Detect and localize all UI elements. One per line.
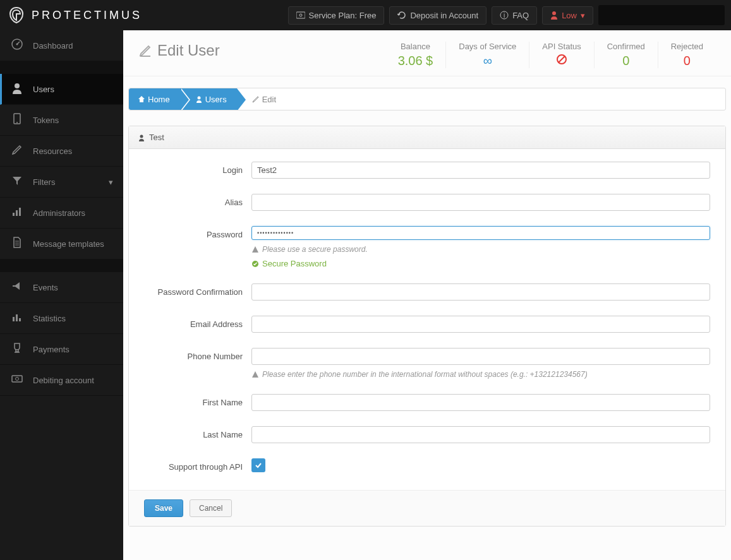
header-search-area[interactable] <box>598 5 725 25</box>
dashboard-icon <box>10 38 24 53</box>
money-icon <box>10 372 24 388</box>
breadcrumb-label: Edit <box>262 95 276 104</box>
panel-header: Test <box>129 126 725 149</box>
sidebar-item-label: Payments <box>33 345 69 354</box>
stat-value: 0 <box>607 54 645 68</box>
sidebar-item-users[interactable]: Users <box>0 74 123 105</box>
sidebar-item-label: Administrators <box>33 208 85 218</box>
api-support-label: Support through API <box>144 458 251 472</box>
sidebar-item-tokens[interactable]: Tokens <box>0 105 123 136</box>
tablet-icon <box>10 112 24 128</box>
api-status-icon <box>542 54 581 68</box>
breadcrumb-home[interactable]: Home <box>129 88 180 110</box>
edit-icon <box>138 44 152 57</box>
sidebar-item-label: Message templates <box>33 239 104 249</box>
svg-point-1 <box>299 14 302 16</box>
alias-input[interactable] <box>251 194 710 211</box>
stat-label: Balance <box>398 42 433 51</box>
phone-hint: Please enter the phone number in the int… <box>251 370 710 379</box>
svg-rect-10 <box>13 213 15 216</box>
sidebar-item-label: Dashboard <box>33 41 73 51</box>
stat-label: Confirmed <box>607 42 645 51</box>
check-icon <box>254 461 263 470</box>
email-input[interactable] <box>251 316 710 333</box>
home-icon <box>138 95 145 103</box>
edit-user-panel: Test Login Alias Password <box>128 126 726 527</box>
filter-icon <box>10 174 24 189</box>
service-plan-button[interactable]: Service Plan: Free <box>288 6 385 25</box>
last-name-label: Last Name <box>144 426 251 439</box>
panel-body: Login Alias Password Please <box>129 149 725 490</box>
faq-button[interactable]: i FAQ <box>492 6 537 25</box>
deposit-button[interactable]: Deposit in Account <box>389 6 486 25</box>
signal-icon <box>10 205 24 220</box>
alias-label: Alias <box>144 194 251 207</box>
sidebar-divider <box>0 259 123 272</box>
password-label: Password <box>144 226 251 239</box>
api-support-checkbox[interactable] <box>251 458 265 472</box>
save-button[interactable]: Save <box>144 499 183 517</box>
sidebar-item-debiting[interactable]: Debiting account <box>0 365 123 396</box>
trophy-icon <box>10 342 24 357</box>
user-icon <box>550 11 558 20</box>
svg-rect-0 <box>296 12 305 18</box>
sidebar-item-statistics[interactable]: Statistics <box>0 303 123 334</box>
warning-icon <box>251 371 259 378</box>
stat-value: ∞ <box>459 54 516 68</box>
svg-rect-13 <box>13 317 15 321</box>
first-name-input[interactable] <box>251 394 710 411</box>
login-input[interactable] <box>251 162 710 179</box>
sidebar-item-events[interactable]: Events <box>0 272 123 303</box>
confirm-password-input[interactable] <box>251 283 710 301</box>
stat-days: Days of Service ∞ <box>445 42 529 68</box>
cancel-button[interactable]: Cancel <box>190 499 232 517</box>
page-title: Edit User <box>138 42 220 59</box>
sidebar-item-payments[interactable]: Payments <box>0 334 123 365</box>
svg-line-19 <box>559 56 565 63</box>
svg-rect-16 <box>12 376 22 382</box>
edit-icon <box>252 95 260 103</box>
stat-label: Days of Service <box>459 42 516 51</box>
edit-icon <box>10 143 24 158</box>
stat-value: 3.06 $ <box>398 54 433 68</box>
svg-rect-15 <box>19 318 21 321</box>
sidebar-item-dashboard[interactable]: Dashboard <box>0 30 123 61</box>
user-icon <box>195 95 203 103</box>
svg-point-7 <box>15 83 20 88</box>
svg-point-20 <box>197 97 200 100</box>
sidebar-item-label: Events <box>33 283 58 292</box>
phone-input[interactable] <box>251 348 710 365</box>
deposit-label: Deposit in Account <box>410 11 478 20</box>
top-header: PROTECTIMUS Service Plan: Free Deposit i… <box>0 0 731 30</box>
stat-value: 0 <box>671 54 703 68</box>
sidebar-item-administrators[interactable]: Administrators <box>0 198 123 229</box>
money-icon <box>296 11 305 19</box>
sidebar-item-label: Statistics <box>33 314 66 323</box>
password-input[interactable] <box>251 226 710 240</box>
breadcrumb-label: Users <box>205 95 227 104</box>
email-label: Email Address <box>144 316 251 329</box>
bar-icon <box>10 311 24 326</box>
sidebar-item-resources[interactable]: Resources <box>0 136 123 167</box>
logo-icon <box>6 6 27 24</box>
svg-text:i: i <box>504 12 505 19</box>
security-level-button[interactable]: Low ▾ <box>542 6 593 25</box>
sidebar-item-label: Filters <box>33 177 55 187</box>
stat-label: Rejected <box>671 42 703 51</box>
refresh-icon <box>397 11 406 20</box>
svg-point-21 <box>140 134 143 138</box>
main-content: Edit User Balance 3.06 $ Days of Service… <box>123 30 731 560</box>
service-plan-label: Service Plan: Free <box>309 11 377 20</box>
breadcrumb: Home Users Edit <box>128 88 726 110</box>
sidebar-item-filters[interactable]: Filters ▾ <box>0 167 123 198</box>
svg-rect-14 <box>16 314 18 321</box>
last-name-input[interactable] <box>251 426 710 443</box>
user-icon <box>10 81 24 97</box>
panel-footer: Save Cancel <box>129 490 725 526</box>
sidebar-item-templates[interactable]: Message templates <box>0 229 123 259</box>
stat-label: API Status <box>542 42 581 51</box>
password-hint: Please use a secure password. <box>251 245 710 254</box>
stat-confirmed: Confirmed 0 <box>594 42 658 68</box>
brand-logo: PROTECTIMUS <box>6 6 142 24</box>
sidebar-divider <box>0 61 123 74</box>
